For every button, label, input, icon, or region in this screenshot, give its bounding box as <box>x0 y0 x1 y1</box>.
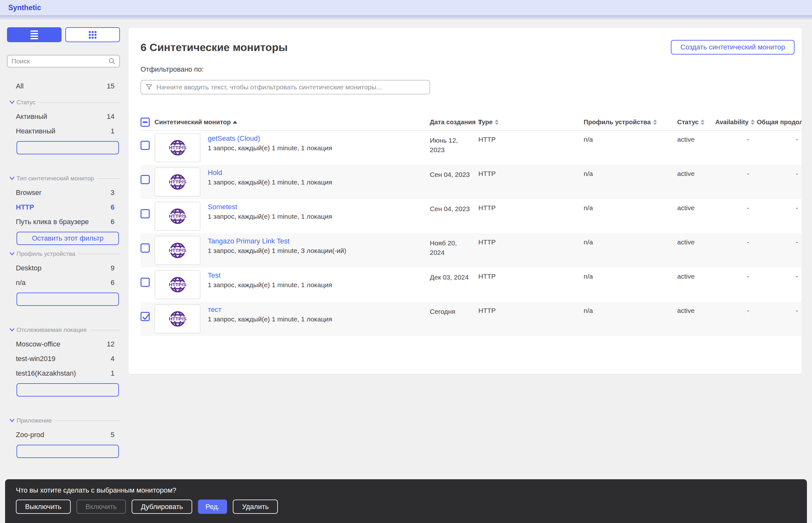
column-label: Синтетический монитор <box>155 119 231 126</box>
row-checkbox[interactable] <box>141 175 150 184</box>
view-toggle <box>7 27 120 42</box>
device-profile: n/a <box>584 302 677 314</box>
column-header-availability[interactable]: Availability <box>715 119 757 126</box>
search-input[interactable] <box>12 57 108 65</box>
table-row[interactable]: HTTP/S Hold 1 запрос, каждый(е) 1 minute… <box>141 165 802 199</box>
grid-view-button[interactable] <box>65 27 120 42</box>
total-duration-value: - <box>757 131 802 143</box>
sidebar-filter-item[interactable]: Browser 3 <box>7 185 120 200</box>
table-row[interactable]: HTTP/S Tangazo Primary Link Test 1 запро… <box>141 233 802 268</box>
status-value: active <box>677 302 715 314</box>
select-all-checkbox[interactable] <box>141 118 150 127</box>
filter-count: 4 <box>111 355 114 363</box>
chevron-down-icon <box>9 327 15 332</box>
sidebar-filter-item[interactable]: HTTP 6 <box>7 200 120 215</box>
creation-date: Сегодня <box>430 302 478 316</box>
filter-label: test-win2019 <box>16 355 111 363</box>
keep-filter-button[interactable]: Оставить этот фильтр <box>17 232 119 245</box>
column-label: Availability <box>715 119 748 126</box>
status-value: active <box>677 199 715 212</box>
sidebar-filter-item[interactable]: Путь клика в браузере 6 <box>7 215 120 229</box>
column-header-date[interactable]: Дата создания <box>430 119 478 126</box>
availability-value: - <box>715 268 757 280</box>
sort-icon <box>233 121 237 124</box>
column-header-type[interactable]: Type <box>478 119 584 126</box>
page-title: 6 Синтетические мониторы <box>141 41 671 54</box>
table-row[interactable]: HTTP/S тест 1 запрос, каждый(е) 1 minute… <box>141 302 802 336</box>
keep-filter-button[interactable] <box>17 383 119 397</box>
filter-count: 6 <box>111 218 114 226</box>
keep-filter-button[interactable] <box>17 292 119 306</box>
filter-section-header[interactable]: Тип синтетический монитор <box>7 172 120 185</box>
sidebar-filter-item[interactable]: n/a 6 <box>7 275 120 290</box>
monitor-name-link[interactable]: Tangazo Primary Link Test <box>208 237 289 245</box>
filter-count: 1 <box>111 127 114 136</box>
table-header: Синтетический монитор Дата создания Type… <box>141 114 802 131</box>
svg-text:HTTP/S: HTTP/S <box>169 316 186 321</box>
create-monitor-button[interactable]: Создать синтетический монитор <box>671 40 795 55</box>
delete-button[interactable]: Удалить <box>233 500 278 514</box>
action-question: Что вы хотите сделать с выбранным монито… <box>16 486 807 494</box>
edit-button[interactable]: Ред. <box>198 500 227 514</box>
sidebar-filter-item[interactable]: test16(Kazakhstan) 1 <box>7 366 120 381</box>
column-label: Type <box>478 119 493 126</box>
row-checkbox[interactable] <box>141 312 150 321</box>
device-profile: n/a <box>584 268 677 280</box>
column-header-status[interactable]: Статус <box>677 119 715 126</box>
sidebar-filter-item[interactable]: Moscow-office 12 <box>7 337 120 351</box>
svg-text:HTTP/S: HTTP/S <box>169 179 186 184</box>
filter-label: All <box>16 82 107 90</box>
column-header-device[interactable]: Профиль устройства <box>584 119 677 126</box>
table-row[interactable]: HTTP/S getSeats (Cloud) 1 запрос, каждый… <box>141 131 802 165</box>
filter-count: 9 <box>111 264 114 272</box>
column-header-name[interactable]: Синтетический монитор <box>155 119 430 126</box>
disable-button[interactable]: Выключить <box>16 500 71 514</box>
filter-label: Неактивный <box>16 127 111 136</box>
section-divider <box>97 178 120 179</box>
keep-filter-button[interactable] <box>17 445 119 458</box>
sidebar-filter-item[interactable]: Неактивный 1 <box>7 124 120 139</box>
table-row[interactable]: HTTP/S Test 1 запрос, каждый(е) 1 minute… <box>141 268 802 302</box>
enable-button[interactable]: Включить <box>76 500 126 514</box>
monitor-name-link[interactable]: тест <box>208 306 222 313</box>
filter-section-header[interactable]: Профиль устройства <box>7 247 120 261</box>
device-profile: n/a <box>584 199 677 212</box>
sidebar-filter-item[interactable]: Активный 14 <box>7 109 120 124</box>
column-header-duration[interactable]: Общая продолжительность <box>757 119 802 126</box>
sidebar-item-all[interactable]: All 15 <box>7 79 120 93</box>
monitor-name-link[interactable]: Hold <box>208 169 222 177</box>
row-checkbox[interactable] <box>141 244 150 253</box>
row-checkbox[interactable] <box>141 209 150 218</box>
keep-filter-button[interactable] <box>17 141 119 155</box>
filter-funnel-icon <box>146 84 153 91</box>
filter-label: n/a <box>16 278 111 287</box>
list-view-button[interactable] <box>7 27 61 42</box>
monitor-details: 1 запрос, каждый(е) 1 minute, 1 локация <box>208 280 430 290</box>
filter-section-header[interactable]: Статус <box>7 95 120 109</box>
column-label: Статус <box>677 119 699 126</box>
monitor-type: HTTP <box>478 268 584 280</box>
monitor-name-link[interactable]: getSeats (Cloud) <box>208 134 260 142</box>
filter-count: 15 <box>107 82 114 90</box>
row-checkbox[interactable] <box>141 278 150 287</box>
monitor-name-link[interactable]: Test <box>208 271 220 279</box>
filter-section-header[interactable]: Приложение <box>7 414 120 428</box>
creation-date: Дек 03, 2024 <box>430 268 478 282</box>
table-row[interactable]: HTTP/S Sometest 1 запрос, каждый(е) 1 mi… <box>141 199 802 233</box>
monitor-name-link[interactable]: Sometest <box>208 203 237 211</box>
sort-icon <box>495 120 499 125</box>
sidebar: All 15 Статус Активный 14 Неактивный 1 Т… <box>7 27 120 460</box>
sidebar-filter-item[interactable]: test-win2019 4 <box>7 351 120 366</box>
monitor-type: HTTP <box>478 302 584 314</box>
sidebar-filter-item[interactable]: Zoo-prod 5 <box>7 428 120 442</box>
filter-count: 6 <box>111 278 114 287</box>
row-checkbox[interactable] <box>141 141 150 150</box>
filter-section-title: Статус <box>17 99 36 106</box>
monitor-type: HTTP <box>478 131 584 143</box>
duplicate-button[interactable]: Дублировать <box>131 500 192 514</box>
filter-section-header[interactable]: Отслеживаемая локация <box>7 323 120 337</box>
sidebar-filter-item[interactable]: Desktop 9 <box>7 261 120 275</box>
monitor-filter-input[interactable] <box>156 83 425 91</box>
sort-icon <box>751 120 755 125</box>
filter-count: 3 <box>111 188 114 197</box>
